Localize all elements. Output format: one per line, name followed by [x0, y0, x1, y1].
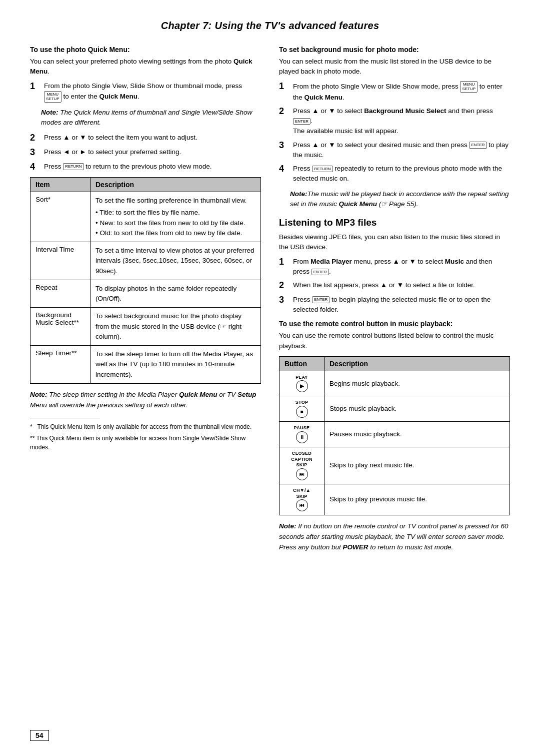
desc-skip-next: Skips to play next music file.	[324, 457, 510, 474]
desc-repeat: To display photos in the same folder rep…	[90, 280, 260, 308]
table-row: Repeat To display photos in the same fol…	[30, 280, 260, 308]
return-key: RETURN	[63, 163, 84, 170]
quick-menu-steps-234: 2 Press or to select the item you want t…	[30, 133, 261, 172]
bg-step-1: 1 From the photo Single View or Slide Sh…	[279, 81, 510, 103]
two-column-layout: To use the photo Quick Menu: You can sel…	[30, 46, 510, 560]
desc-interval: To set a time interval to view photos at…	[90, 242, 260, 280]
button-table: Button Description PLAY ▶ Begins music p…	[279, 356, 510, 516]
skip-next-icon: ⏭	[296, 468, 308, 480]
bg-music-steps: 1 From the photo Single View or Slide Sh…	[279, 81, 510, 184]
quick-menu-heading: To use the photo Quick Menu:	[30, 46, 261, 54]
step-1: 1 From the photo Single View, Slide Show…	[30, 81, 261, 103]
enter-key-2: ENTER	[469, 142, 486, 149]
list-item: New: to sort the files from new to old b…	[96, 218, 256, 228]
btn-row-pause: PAUSE ⏸ Pauses music playback.	[280, 422, 510, 447]
item-interval: Interval Time	[30, 242, 90, 280]
btn-table-header: Button Description	[280, 357, 510, 371]
btn-row-skip-next: CLOSED CAPTION SKIP ⏭ Skips to play next…	[280, 447, 510, 484]
step-4: 4 Press RETURN to return to the previous…	[30, 162, 261, 173]
item-sleep: Sleep Timer**	[30, 346, 90, 383]
enter-key: ENTER	[293, 118, 310, 125]
step-2: 2 Press or to select the item you want t…	[30, 133, 261, 144]
enter-key-4: ENTER	[312, 296, 330, 303]
final-note: Note: If no button on the remote control…	[279, 521, 510, 553]
table-row: Sort* To set the file sorting preference…	[30, 192, 260, 242]
left-column: To use the photo Quick Menu: You can sel…	[30, 46, 261, 560]
col-item: Item	[30, 178, 90, 192]
col-desc: Description	[90, 178, 260, 192]
list-item: Title: to sort the files by file name.	[96, 208, 256, 218]
desc-pause: Pauses music playback.	[324, 426, 510, 443]
footnote-2: ** This Quick Menu item is only availabl…	[30, 434, 261, 452]
mp3-step-3: 3 Press ENTER to begin playing the selec…	[279, 295, 510, 315]
mp3-steps: 1 From Media Player menu, press or to se…	[279, 257, 510, 315]
note-thumbnail: Note: The Quick Menu items of thumbnail …	[30, 108, 261, 128]
footnote-1: * This Quick Menu item is only available…	[30, 422, 261, 431]
return-key-2: RETURN	[312, 166, 332, 173]
remote-intro: You can use the remote control buttons l…	[279, 331, 510, 351]
item-repeat: Repeat	[30, 280, 90, 308]
item-bgmusic: Background Music Select**	[30, 308, 90, 345]
table-row: Background Music Select** To select back…	[30, 308, 260, 346]
item-sort: Sort*	[30, 192, 90, 242]
btn-row-skip-prev: CH▼/▲ SKIP ⏮ Skips to play previous musi…	[280, 484, 510, 515]
bg-step-4: 4 Press RETURN repeatedly to return to t…	[279, 164, 510, 184]
btn-row-play: PLAY ▶ Begins music playback.	[280, 371, 510, 397]
list-item: Old: to sort the files from old to new b…	[96, 228, 256, 238]
col-button: Button	[280, 357, 324, 371]
skip-prev-icon: ⏮	[296, 499, 308, 511]
quick-menu-intro: You can select your preferred photo view…	[30, 57, 261, 77]
desc-skip-prev: Skips to play previous music file.	[324, 491, 510, 508]
page-number: 54	[30, 730, 49, 741]
bg-step-3: 3 Press or to select your desired music …	[279, 140, 510, 161]
remote-heading: To use the remote control button in musi…	[279, 320, 510, 328]
menu-setup-key-2: MENUSETUP	[460, 81, 478, 93]
desc-sleep: To set the sleep timer to turn off the M…	[90, 346, 260, 383]
quick-menu-table: Item Description Sort* To set the file s…	[30, 177, 261, 384]
chapter-title: Chapter 7: Using the TV's advanced featu…	[30, 20, 510, 32]
enter-key-3: ENTER	[312, 269, 329, 276]
bg-music-intro: You can select music from the music list…	[279, 57, 510, 77]
table-row: Interval Time To set a time interval to …	[30, 242, 260, 280]
bottom-note: Note: The sleep timer setting in the Med…	[30, 390, 261, 411]
mp3-step-1: 1 From Media Player menu, press or to se…	[279, 257, 510, 277]
quick-menu-steps: 1 From the photo Single View, Slide Show…	[30, 81, 261, 103]
menu-setup-key: MENUSETUP	[44, 91, 62, 103]
page: Chapter 7: Using the TV's advanced featu…	[0, 0, 540, 756]
col-button-desc: Description	[324, 357, 510, 371]
table-row: Sleep Timer** To set the sleep timer to …	[30, 346, 260, 383]
desc-sort: To set the file sorting preference in th…	[90, 192, 260, 242]
bg-step-2: 2 Press or to select Background Music Se…	[279, 106, 510, 137]
step-3: 3 Press or to select your preferred sett…	[30, 147, 261, 158]
play-icon: ▶	[296, 380, 308, 392]
music-note: Note:The music will be played back in ac…	[279, 189, 510, 210]
desc-bgmusic: To select background music for the photo…	[90, 308, 260, 345]
btn-row-stop: STOP ■ Stops music playback.	[280, 396, 510, 422]
mp3-section-title: Listening to MP3 files	[279, 217, 510, 228]
table-header: Item Description	[30, 178, 260, 192]
pause-icon: ⏸	[296, 431, 308, 443]
bg-music-heading: To set background music for photo mode:	[279, 46, 510, 54]
desc-stop: Stops music playback.	[324, 400, 510, 417]
mp3-step-2: 2 When the list appears, press or to sel…	[279, 280, 510, 291]
desc-play: Begins music playback.	[324, 375, 510, 392]
mp3-intro: Besides viewing JPEG files, you can also…	[279, 232, 510, 253]
stop-icon: ■	[296, 406, 308, 418]
footnote-divider	[30, 418, 100, 418]
right-column: To set background music for photo mode: …	[279, 46, 510, 560]
